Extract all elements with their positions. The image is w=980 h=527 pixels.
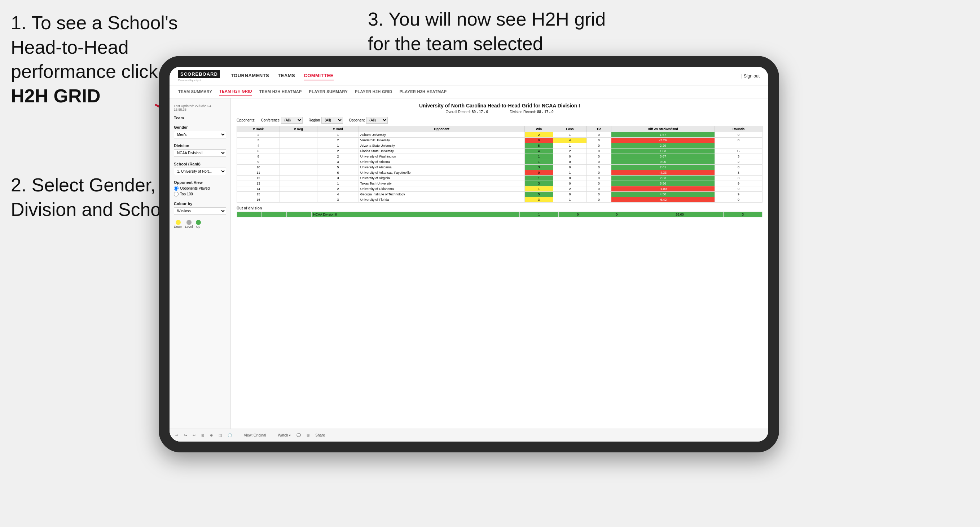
col-conf: # Conf bbox=[317, 126, 359, 132]
gender-select[interactable]: Men's Women's bbox=[174, 131, 226, 138]
main-content: Last Updated: 27/03/2024 16:55:38 Team G… bbox=[170, 98, 768, 429]
tablet-screen: SCOREBOARD Powered by clippi TOURNAMENTS… bbox=[170, 67, 768, 441]
view-original-btn[interactable]: View: Original bbox=[242, 433, 267, 438]
table-row: 131Texas Tech University3005.569 bbox=[237, 181, 762, 186]
comment-btn[interactable]: 💬 bbox=[295, 433, 302, 438]
table-row: 116University of Arkansas, Fayetteville0… bbox=[237, 170, 762, 176]
logo: SCOREBOARD bbox=[178, 70, 220, 78]
col-rounds: Rounds bbox=[715, 126, 762, 132]
sidebar-team-section: Team bbox=[174, 116, 226, 120]
out-division-row: NCAA Division II 1 0 0 26.00 3 bbox=[237, 212, 762, 217]
layout-btn[interactable]: ⊞ bbox=[305, 433, 311, 438]
division-select[interactable]: NCAA Division I NCAA Division II NCAA Di… bbox=[174, 149, 226, 157]
col-diff: Diff Av Strokes/Rnd bbox=[611, 126, 715, 132]
grid-records: Overall Record: 89 - 17 - 0 Division Rec… bbox=[237, 110, 762, 114]
filter-row: Opponents: Conference (All) Region (All) bbox=[237, 117, 762, 124]
conference-select[interactable]: (All) bbox=[281, 117, 302, 124]
table-row: 41Arizona State University5102.29 bbox=[237, 143, 762, 149]
opponent-select[interactable]: (All) bbox=[366, 117, 388, 124]
redo-btn[interactable]: ↪ bbox=[183, 433, 188, 438]
sub-nav-team-h2h-heatmap[interactable]: TEAM H2H HEATMAP bbox=[259, 88, 302, 95]
table-row: 105University of Alabama3002.618 bbox=[237, 165, 762, 170]
table-row: 163University of Florida310-6.429 bbox=[237, 197, 762, 203]
table-row: 62Florida State University4201.8312 bbox=[237, 149, 762, 154]
data-table: # Rank # Reg # Conf Opponent Win Loss Ti… bbox=[237, 126, 762, 203]
nav-bar: SCOREBOARD Powered by clippi TOURNAMENTS… bbox=[170, 67, 768, 86]
sidebar-gender-section: Gender Men's Women's bbox=[174, 125, 226, 138]
watch-btn[interactable]: Watch ▾ bbox=[277, 433, 293, 438]
nav-link-teams[interactable]: TEAMS bbox=[278, 71, 295, 80]
sign-out[interactable]: | Sign out bbox=[741, 73, 760, 79]
logo-area: SCOREBOARD Powered by clippi bbox=[178, 70, 220, 82]
table-row: 21Auburn University2101.679 bbox=[237, 132, 762, 138]
paste-btn[interactable]: ◫ bbox=[217, 433, 223, 438]
sidebar: Last Updated: 27/03/2024 16:55:38 Team G… bbox=[170, 98, 231, 429]
separator2 bbox=[272, 433, 272, 438]
separator bbox=[238, 433, 238, 438]
col-rank: # Rank bbox=[237, 126, 280, 132]
share-btn[interactable]: Share bbox=[314, 433, 326, 438]
opponent-view-radio-group: Opponents Played Top 100 bbox=[174, 186, 226, 197]
nav-link-committee[interactable]: COMMITTEE bbox=[304, 71, 334, 80]
logo-sub: Powered by clippi bbox=[178, 79, 220, 82]
sub-nav-player-summary[interactable]: PLAYER SUMMARY bbox=[309, 88, 348, 95]
back-btn[interactable]: ↩ bbox=[191, 433, 197, 438]
copy-btn[interactable]: ⊕ bbox=[208, 433, 214, 438]
conference-filter: Conference (All) bbox=[261, 117, 303, 124]
table-row: 123University of Virginia1002.333 bbox=[237, 176, 762, 181]
sidebar-school-section: School (Rank) 1. University of Nort... bbox=[174, 162, 226, 175]
sub-nav-player-h2h-heatmap[interactable]: PLAYER H2H HEATMAP bbox=[399, 88, 447, 95]
opponent-filter: Opponent (All) bbox=[349, 117, 388, 124]
region-select[interactable]: (All) bbox=[321, 117, 343, 124]
radio-opponents-played[interactable]: Opponents Played bbox=[174, 186, 226, 191]
sub-nav-team-summary[interactable]: TEAM SUMMARY bbox=[178, 88, 212, 95]
undo-btn[interactable]: ↩ bbox=[174, 433, 180, 438]
sub-nav: TEAM SUMMARY TEAM H2H GRID TEAM H2H HEAT… bbox=[170, 86, 768, 98]
sidebar-colour-by-section: Colour by Win/loss bbox=[174, 202, 226, 215]
region-filter: Region (All) bbox=[309, 117, 343, 124]
clock-btn[interactable]: 🕐 bbox=[226, 433, 233, 438]
out-of-division-table: NCAA Division II 1 0 0 26.00 3 bbox=[237, 211, 762, 217]
nav-links: TOURNAMENTS TEAMS COMMITTEE bbox=[231, 71, 741, 80]
tablet-frame: SCOREBOARD Powered by clippi TOURNAMENTS… bbox=[159, 56, 779, 452]
sidebar-opponent-view-section: Opponent View Opponents Played Top 100 bbox=[174, 180, 226, 197]
grid-area: University of North Carolina Head-to-Hea… bbox=[231, 98, 768, 429]
table-row: 82University of Washington1003.673 bbox=[237, 154, 762, 159]
last-updated: Last Updated: 27/03/2024 16:55:38 bbox=[174, 104, 226, 111]
radio-top100[interactable]: Top 100 bbox=[174, 192, 226, 197]
sub-nav-team-h2h-grid[interactable]: TEAM H2H GRID bbox=[219, 87, 252, 95]
nav-link-tournaments[interactable]: TOURNAMENTS bbox=[231, 71, 269, 80]
legend: Down Level Up bbox=[174, 220, 226, 229]
col-reg: # Reg bbox=[280, 126, 317, 132]
forward-btn[interactable]: ⊞ bbox=[200, 433, 205, 438]
table-row: 154Georgia Institute of Technology5004.5… bbox=[237, 192, 762, 197]
col-loss: Loss bbox=[553, 126, 587, 132]
out-of-division-label: Out of division bbox=[237, 206, 762, 210]
school-select[interactable]: 1. University of Nort... bbox=[174, 168, 226, 175]
grid-title: University of North Carolina Head-to-Hea… bbox=[237, 103, 762, 108]
instruction-step3: 3. You will now see H2H grid for the tea… bbox=[368, 7, 613, 56]
sidebar-division-section: Division NCAA Division I NCAA Division I… bbox=[174, 143, 226, 157]
col-win: Win bbox=[525, 126, 553, 132]
colour-by-select[interactable]: Win/loss bbox=[174, 207, 226, 215]
table-row: 32Vanderbilt University040-2.298 bbox=[237, 138, 762, 143]
toolbar: ↩ ↪ ↩ ⊞ ⊕ ◫ 🕐 View: Original Watch ▾ 💬 ⊞… bbox=[170, 429, 768, 441]
table-row: 142University of Oklahoma120-1.009 bbox=[237, 186, 762, 192]
col-tie: Tie bbox=[587, 126, 611, 132]
table-row: 93University of Arizona1009.002 bbox=[237, 159, 762, 165]
sub-nav-player-h2h-grid[interactable]: PLAYER H2H GRID bbox=[355, 88, 393, 95]
col-opponent: Opponent bbox=[358, 126, 525, 132]
